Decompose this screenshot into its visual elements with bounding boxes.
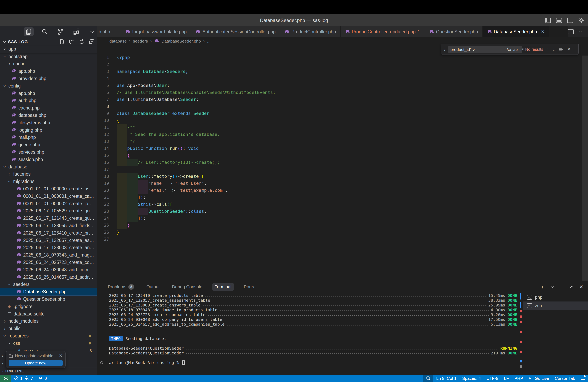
tab-forgot-password-blade-php[interactable]: forgot-password.blade.php — [121, 26, 191, 37]
breadcrumb-item[interactable]: database — [109, 39, 126, 43]
panel-tab-debug-console[interactable]: Debug Console — [169, 283, 205, 291]
tree-file-questionseeder-php[interactable]: QuestionSeeder.php — [0, 295, 97, 303]
regex-icon[interactable]: .* — [520, 47, 525, 52]
tree-file-auth-php[interactable]: auth.php — [0, 97, 97, 104]
tree-file-app-php[interactable]: app.php — [0, 68, 97, 75]
tree-folder-seeders[interactable]: ›seeders — [0, 281, 97, 288]
whole-word-icon[interactable]: ab — [513, 47, 518, 52]
encoding-setting[interactable]: UTF-8 — [483, 375, 501, 382]
extensions-icon[interactable] — [71, 27, 81, 36]
close-icon[interactable]: ✕ — [541, 29, 545, 34]
tree-file-2025-06-24-025723-create-compan-[interactable]: 2025_06_24_025723_create_compan... — [0, 259, 97, 266]
terminal-prompt-line[interactable]: aritach@MacBook-Air sas-log % — [97, 360, 520, 365]
source-control-icon[interactable] — [56, 27, 66, 36]
cursor-tab-status[interactable]: Cursor Tab — [552, 375, 578, 382]
settings-gear-icon[interactable] — [578, 17, 584, 23]
breadcrumb-item[interactable]: ... — [207, 39, 210, 43]
tree-file-2025-06-17-125410-create-products-[interactable]: 2025_06_17_125410_create_products... — [0, 229, 97, 237]
explorer-icon[interactable] — [24, 27, 34, 36]
breadcrumb-item[interactable]: DatabaseSeeder.php — [161, 39, 201, 43]
new-file-icon[interactable] — [59, 39, 64, 44]
layout-panel-icon[interactable] — [556, 18, 562, 23]
tree-folder-database[interactable]: ›database — [0, 163, 97, 171]
chevron-down-icon[interactable] — [3, 40, 6, 43]
tree-file-2025-06-24-030048-add-company-[interactable]: 2025_06_24_030048_add_company_... — [0, 266, 97, 273]
tree-file-database-sqlite[interactable]: ☰database.sqlite — [0, 310, 97, 318]
go-live-button[interactable]: Go Live — [526, 375, 552, 382]
refresh-icon[interactable] — [79, 39, 84, 44]
panel-tab-terminal[interactable]: Terminal — [212, 283, 234, 291]
tree-file-0001-01-01-000001-create-cache-ta-[interactable]: 0001_01_01_000001_create_cache_ta... — [0, 192, 97, 200]
match-case-icon[interactable]: Aa — [507, 47, 511, 52]
tree-file-logging-php[interactable]: logging.php — [0, 126, 97, 134]
terminal-tab-zsh[interactable]: >_zsh — [523, 302, 588, 310]
tree-folder-config[interactable]: ›config — [0, 82, 97, 90]
split-editor-icon[interactable] — [568, 29, 574, 34]
tree-file-filesystems-php[interactable]: filesystems.php — [0, 119, 97, 126]
tree-folder-css[interactable]: ›css — [0, 340, 97, 347]
layout-sidebar-left-icon[interactable] — [545, 18, 551, 23]
tree-file-queue-php[interactable]: queue.php — [0, 141, 97, 149]
layout-sidebar-right-icon[interactable] — [567, 18, 573, 23]
indentation-setting[interactable]: Spaces: 4 — [459, 375, 483, 382]
tree-file-2025-06-17-121443-create-questions-[interactable]: 2025_06_17_121443_create_questions... — [0, 215, 97, 222]
breadcrumb-item[interactable]: seeders — [133, 39, 148, 43]
previous-match-arrow-icon[interactable]: ↑ — [547, 47, 549, 52]
new-folder-icon[interactable] — [69, 39, 75, 44]
tree-file-2025-06-17-133003-create-answers-[interactable]: 2025_06_17_133003_create_answers_... — [0, 244, 97, 251]
panel-tab-output[interactable]: Output — [144, 283, 162, 291]
tree-folder-cache[interactable]: ›cache — [0, 60, 97, 68]
panel-tab-ports[interactable]: Ports — [241, 283, 256, 291]
sidebar-section-timeline[interactable]: › TIMELINE — [0, 367, 97, 375]
tree-file-2025-06-17-105529-create-question-[interactable]: 2025_06_17_105529_create_question... — [0, 207, 97, 215]
tab-databaseseeder-php[interactable]: DatabaseSeeder.php✕ — [483, 26, 549, 37]
problems-status[interactable]: 1 7 — [11, 375, 36, 382]
tree-folder-migrations[interactable]: ›migrations — [0, 178, 97, 185]
tree-file-2025-06-17-123055-add-fields-to-u-[interactable]: 2025_06_17_123055_add_fields_to_u... — [0, 222, 97, 229]
tab-questionseeder-php[interactable]: QuestionSeeder.php — [425, 26, 483, 37]
tree-folder-node-modules[interactable]: ›node_modules — [0, 317, 97, 325]
panel-tab-problems[interactable]: Problems8 — [105, 283, 136, 291]
tree-file-services-php[interactable]: services.php — [0, 149, 97, 156]
tree-file-2025-06-18-070343-add-image-to-[interactable]: 2025_06_18_070343_add_image_to_... — [0, 251, 97, 259]
breadcrumb[interactable]: database›seeders›DatabaseSeeder.php›... — [97, 37, 588, 45]
tree-file-0001-01-01-000000-create-users-ta-[interactable]: 0001_01_01_000000_create_users_ta... — [0, 185, 97, 192]
terminal-output[interactable]: 2025_06_17_125410_create_products_table1… — [97, 293, 520, 365]
tab-productcontroller-updated-php[interactable]: ProductController_updated.php 1 — [341, 26, 425, 37]
more-editor-actions-icon[interactable]: ⋯ — [579, 29, 584, 35]
eol-setting[interactable]: LF — [501, 375, 512, 382]
tab-authenticatedsessioncontroller-php[interactable]: AuthenticatedSessionController.php — [191, 26, 280, 37]
find-in-selection-icon[interactable] — [559, 48, 563, 51]
tree-file-0001-01-01-000002-create-jobs-tab-[interactable]: 0001_01_01_000002_create_jobs_tab... — [0, 200, 97, 207]
tree-file-session-php[interactable]: session.php — [0, 156, 97, 163]
more-views-chevron-down-icon[interactable] — [87, 27, 97, 36]
tree-file-providers-php[interactable]: providers.php — [0, 75, 97, 82]
tree-file-2025-06-17-132057-create-assessme-[interactable]: 2025_06_17_132057_create_assessme... — [0, 237, 97, 244]
terminal-tab-php[interactable]: >_php — [523, 293, 588, 302]
tree-file--gitignore[interactable]: ◆.gitignore — [0, 303, 97, 310]
tree-file-databaseseeder-php[interactable]: DatabaseSeeder.php — [0, 288, 97, 295]
language-mode[interactable]: PHP — [512, 375, 526, 382]
tree-folder-resources[interactable]: ›resources — [0, 332, 97, 340]
notifications-bell[interactable] — [578, 375, 588, 382]
tab-productcontroller-php[interactable]: ProductController.php — [280, 26, 340, 37]
editor-scrollbar[interactable] — [582, 56, 588, 281]
tree-folder-app[interactable]: ›app — [0, 46, 97, 53]
tree-file-mail-php[interactable]: mail.php — [0, 134, 97, 141]
tree-file-database-php[interactable]: database.php — [0, 112, 97, 119]
tree-file-app-php[interactable]: app.php — [0, 90, 97, 97]
zoom-status[interactable] — [423, 375, 433, 382]
tree-file-2025-06-25-014657-add-address-to-[interactable]: 2025_06_25_014657_add_address_to... — [0, 273, 97, 281]
toggle-replace-chevron-icon[interactable]: › — [442, 47, 447, 52]
close-icon[interactable]: ✕ — [567, 47, 571, 52]
tab-b-php[interactable]: b.php — [97, 26, 121, 37]
next-match-arrow-icon[interactable]: ↓ — [553, 47, 555, 52]
tree-folder-public[interactable]: ›public — [0, 325, 97, 332]
tree-folder-bootstrap[interactable]: ›bootstrap — [0, 53, 97, 60]
search-icon[interactable] — [40, 27, 50, 36]
close-icon[interactable]: ✕ — [59, 353, 63, 358]
cursor-position[interactable]: Ln 8, Col 1 — [433, 375, 459, 382]
ports-status[interactable]: 0 — [36, 375, 50, 382]
code-editor[interactable]: 1<?php23namespace Database\Seeders;45use… — [97, 45, 588, 282]
update-now-button[interactable]: Update now — [9, 360, 63, 366]
